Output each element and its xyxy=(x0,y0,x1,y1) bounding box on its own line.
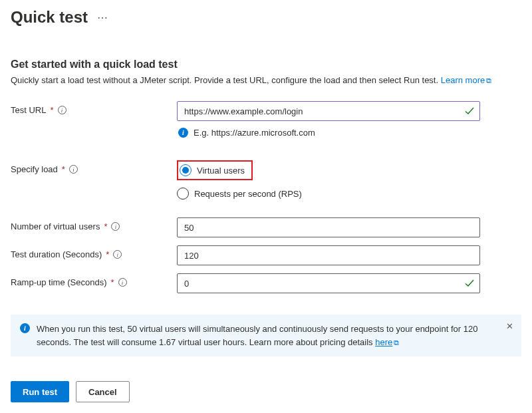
run-test-button[interactable]: Run test xyxy=(11,381,69,402)
info-icon: i xyxy=(20,323,30,333)
footer-actions: Run test Cancel xyxy=(11,374,521,402)
test-url-input[interactable] xyxy=(177,101,480,121)
field-ramp-up: Ramp-up time (Seconds) * i xyxy=(11,273,521,293)
section-description: Quickly start a load test without a JMet… xyxy=(11,74,521,86)
learn-more-link[interactable]: Learn more⧉ xyxy=(441,75,491,85)
field-test-url: Test URL * i i E.g. https://azure.micros… xyxy=(11,101,521,152)
section-title: Get started with a quick load test xyxy=(11,59,521,70)
info-banner: i When you run this test, 50 virtual use… xyxy=(11,315,521,356)
field-test-duration: Test duration (Seconds) * i xyxy=(11,245,521,265)
required-indicator: * xyxy=(104,221,107,231)
required-indicator: * xyxy=(111,277,114,287)
ramp-up-label: Ramp-up time (Seconds) xyxy=(11,277,107,287)
required-indicator: * xyxy=(106,249,109,259)
info-icon[interactable]: i xyxy=(58,106,66,114)
more-icon[interactable]: ⋯ xyxy=(97,11,108,24)
page-title: Quick test xyxy=(11,8,88,27)
radio-icon xyxy=(177,188,189,200)
checkmark-icon xyxy=(464,106,475,116)
external-link-icon: ⧉ xyxy=(486,76,491,84)
required-indicator: * xyxy=(50,105,53,115)
num-virtual-users-label: Number of virtual users xyxy=(11,221,100,231)
radio-rps[interactable]: Requests per second (RPS) xyxy=(177,186,480,202)
info-icon[interactable]: i xyxy=(118,278,127,287)
radio-icon xyxy=(180,164,192,176)
pricing-link[interactable]: here xyxy=(375,337,392,347)
field-specify-load: Specify load * i Virtual users Requests … xyxy=(11,160,521,202)
close-icon[interactable]: ✕ xyxy=(506,321,513,331)
checkmark-icon xyxy=(464,278,475,289)
info-icon[interactable]: i xyxy=(69,165,78,174)
radio-virtual-users[interactable]: Virtual users xyxy=(177,160,253,180)
test-url-label: Test URL xyxy=(11,105,46,115)
ramp-up-input[interactable] xyxy=(177,273,480,293)
test-duration-input[interactable] xyxy=(177,245,480,265)
field-num-virtual-users: Number of virtual users * i xyxy=(11,217,521,237)
test-duration-label: Test duration (Seconds) xyxy=(11,249,102,259)
info-icon: i xyxy=(178,128,188,138)
specify-load-label: Specify load xyxy=(11,164,58,174)
required-indicator: * xyxy=(62,164,65,174)
test-url-hint: E.g. https://azure.microsoft.com xyxy=(194,128,315,138)
num-virtual-users-input[interactable] xyxy=(177,217,480,237)
cancel-button[interactable]: Cancel xyxy=(76,381,130,402)
get-started-section: Get started with a quick load test Quick… xyxy=(11,59,521,86)
info-icon[interactable]: i xyxy=(111,222,120,231)
load-radio-group: Virtual users Requests per second (RPS) xyxy=(177,160,480,202)
external-link-icon: ⧉ xyxy=(394,339,399,346)
page-header: Quick test ⋯ xyxy=(11,8,521,27)
info-icon[interactable]: i xyxy=(113,250,122,259)
banner-text: When you run this test, 50 virtual users… xyxy=(37,323,495,348)
